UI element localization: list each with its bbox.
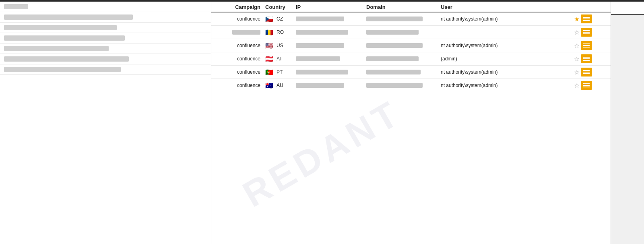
country-code: AU [277, 83, 283, 88]
cell-ip [296, 17, 366, 21]
cell-ip [296, 70, 366, 74]
menu-button[interactable] [581, 41, 592, 50]
cell-domain [366, 83, 441, 88]
left-panel [0, 2, 211, 244]
flag-icon: 🇷🇴 [265, 29, 273, 36]
domain-redacted [366, 70, 421, 74]
flag-icon: 🇨🇿 [265, 15, 273, 23]
hamburger-icon [583, 70, 590, 74]
cell-ip [296, 56, 366, 61]
left-list-item[interactable] [0, 54, 211, 64]
th-user: User [441, 4, 561, 10]
user-value: nt authority\system(admin) [441, 69, 497, 75]
domain-redacted [366, 56, 419, 61]
campaign-value: confluence [237, 69, 260, 75]
cell-campaign: confluence [211, 43, 264, 48]
domain-redacted [366, 83, 423, 88]
table-row[interactable]: confluence🇦🇺AUnt authority\system(admin)… [211, 79, 611, 92]
action-col: ★ [561, 14, 594, 23]
menu-button[interactable] [581, 14, 592, 23]
flag-icon: 🇵🇹 [265, 68, 273, 76]
domain-redacted [366, 17, 423, 21]
campaign-value: confluence [237, 43, 260, 48]
cell-user: (admin) [441, 56, 561, 62]
left-list-item[interactable] [0, 33, 211, 43]
cell-ip [296, 83, 366, 88]
cell-user: nt authority\system(admin) [441, 69, 561, 75]
cell-campaign: confluence [211, 83, 264, 88]
left-list-item[interactable] [0, 64, 211, 75]
table-row[interactable]: confluence🇨🇿CZnt authority\system(admin)… [211, 12, 611, 26]
cell-domain [366, 43, 441, 48]
star-button[interactable]: ☆ [574, 55, 580, 63]
action-col: ☆ [561, 81, 594, 90]
user-value: nt authority\system(admin) [441, 16, 497, 22]
main-table-panel: Campaign Country IP Domain User confluen… [211, 2, 611, 244]
left-list-item[interactable] [0, 23, 211, 33]
cell-ip [296, 43, 366, 48]
star-button[interactable]: ☆ [574, 42, 580, 50]
menu-button[interactable] [581, 28, 592, 37]
cell-domain [366, 70, 441, 74]
cell-campaign: confluence [211, 69, 264, 75]
country-code: RO [277, 29, 284, 35]
star-button[interactable]: ☆ [574, 82, 580, 89]
cell-country: 🇷🇴RO [264, 29, 296, 36]
table-row[interactable]: 🇷🇴RO☆ [211, 26, 611, 39]
star-button[interactable]: ☆ [574, 68, 580, 76]
campaign-value: confluence [237, 83, 260, 88]
cell-country: 🇦🇺AU [264, 82, 296, 89]
user-value: nt authority\system(admin) [441, 43, 497, 48]
hamburger-icon [583, 17, 590, 21]
country-code: CZ [277, 16, 283, 22]
hamburger-icon [583, 30, 590, 34]
cell-campaign: confluence [211, 56, 264, 62]
country-code: US [277, 43, 283, 48]
ip-redacted [296, 30, 348, 35]
ip-redacted [296, 70, 348, 74]
left-list [0, 2, 211, 75]
th-ip: IP [296, 4, 366, 10]
action-col: ☆ [561, 54, 594, 63]
hamburger-icon [583, 43, 590, 48]
cell-user: nt authority\system(admin) [441, 83, 561, 88]
campaign-value: confluence [237, 56, 260, 62]
table-row[interactable]: confluence🇵🇹PTnt authority\system(admin)… [211, 66, 611, 79]
left-list-item[interactable] [0, 12, 211, 23]
menu-button[interactable] [581, 54, 592, 63]
domain-redacted [366, 30, 419, 35]
cell-campaign [211, 30, 264, 35]
cell-domain [366, 56, 441, 61]
hamburger-icon [583, 83, 590, 87]
ip-redacted [296, 56, 340, 61]
cell-campaign: confluence [211, 16, 264, 22]
left-list-item[interactable] [0, 2, 211, 12]
cell-country: 🇵🇹PT [264, 68, 296, 76]
menu-button[interactable] [581, 68, 592, 77]
ip-redacted [296, 83, 344, 88]
cell-domain [366, 17, 441, 21]
table-row[interactable]: confluence🇦🇹AT(admin)☆ [211, 52, 611, 66]
country-code: AT [277, 56, 282, 62]
star-button[interactable]: ☆ [574, 29, 580, 36]
user-value: (admin) [441, 56, 457, 62]
cell-country: 🇦🇹AT [264, 55, 296, 63]
action-col: ☆ [561, 41, 594, 50]
star-button[interactable]: ★ [574, 15, 580, 23]
hamburger-icon [583, 57, 590, 61]
flag-icon: 🇦🇺 [265, 82, 273, 89]
table-row[interactable]: confluence🇺🇸USnt authority\system(admin)… [211, 39, 611, 52]
th-campaign: Campaign [211, 4, 264, 10]
cell-user: nt authority\system(admin) [441, 16, 561, 22]
action-col: ☆ [561, 68, 594, 77]
th-country: Country [264, 4, 296, 10]
domain-redacted [366, 43, 423, 48]
campaign-redacted [232, 30, 260, 35]
menu-button[interactable] [581, 81, 592, 90]
action-col-header [611, 2, 644, 15]
cell-country: 🇺🇸US [264, 42, 296, 50]
left-list-item[interactable] [0, 43, 211, 54]
user-value: nt authority\system(admin) [441, 83, 497, 88]
ip-redacted [296, 17, 344, 21]
campaign-value: confluence [237, 16, 260, 22]
